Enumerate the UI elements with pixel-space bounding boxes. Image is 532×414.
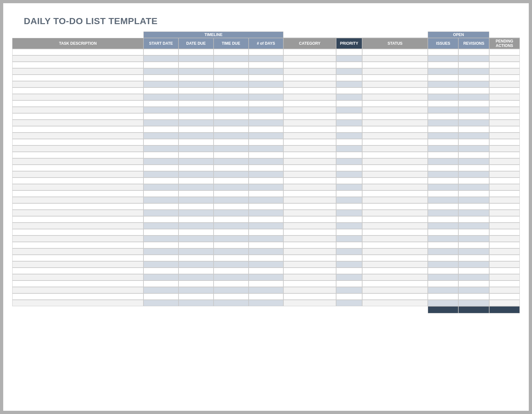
cell-issues[interactable] bbox=[428, 87, 458, 94]
cell-date-due[interactable] bbox=[179, 197, 214, 203]
table-row[interactable] bbox=[12, 87, 520, 94]
cell-start-date[interactable] bbox=[143, 113, 179, 120]
cell-issues[interactable] bbox=[428, 100, 458, 107]
cell-date-due[interactable] bbox=[179, 145, 214, 152]
cell-status[interactable] bbox=[362, 184, 428, 190]
cell-time-due[interactable] bbox=[214, 87, 249, 94]
cell-revisions[interactable] bbox=[458, 274, 489, 281]
cell-priority[interactable] bbox=[336, 87, 362, 94]
cell-num-days[interactable] bbox=[249, 203, 284, 210]
cell-priority[interactable] bbox=[336, 210, 362, 216]
cell-pending-actions[interactable] bbox=[489, 235, 520, 242]
cell-revisions[interactable] bbox=[458, 62, 489, 68]
cell-pending-actions[interactable] bbox=[489, 94, 520, 100]
cell-category[interactable] bbox=[283, 49, 336, 55]
cell-time-due[interactable] bbox=[214, 300, 249, 306]
cell-revisions[interactable] bbox=[458, 100, 489, 107]
table-row[interactable] bbox=[12, 139, 520, 145]
cell-priority[interactable] bbox=[336, 184, 362, 190]
cell-revisions[interactable] bbox=[458, 223, 489, 229]
cell-time-due[interactable] bbox=[214, 190, 249, 197]
cell-issues[interactable] bbox=[428, 300, 458, 306]
cell-start-date[interactable] bbox=[143, 87, 179, 94]
table-row[interactable] bbox=[12, 165, 520, 171]
cell-revisions[interactable] bbox=[458, 255, 489, 261]
cell-category[interactable] bbox=[283, 55, 336, 62]
cell-time-due[interactable] bbox=[214, 274, 249, 281]
cell-status[interactable] bbox=[362, 152, 428, 158]
cell-pending-actions[interactable] bbox=[489, 87, 520, 94]
cell-issues[interactable] bbox=[428, 55, 458, 62]
cell-status[interactable] bbox=[362, 287, 428, 293]
cell-start-date[interactable] bbox=[143, 158, 179, 165]
cell-task-description[interactable] bbox=[12, 68, 143, 75]
cell-category[interactable] bbox=[283, 107, 336, 113]
cell-num-days[interactable] bbox=[249, 55, 284, 62]
cell-task-description[interactable] bbox=[12, 62, 143, 68]
cell-priority[interactable] bbox=[336, 133, 362, 139]
cell-category[interactable] bbox=[283, 274, 336, 281]
cell-task-description[interactable] bbox=[12, 165, 143, 171]
cell-priority[interactable] bbox=[336, 94, 362, 100]
cell-num-days[interactable] bbox=[249, 190, 284, 197]
cell-pending-actions[interactable] bbox=[489, 133, 520, 139]
cell-status[interactable] bbox=[362, 165, 428, 171]
cell-pending-actions[interactable] bbox=[489, 274, 520, 281]
cell-num-days[interactable] bbox=[249, 120, 284, 126]
cell-issues[interactable] bbox=[428, 274, 458, 281]
cell-priority[interactable] bbox=[336, 242, 362, 248]
cell-priority[interactable] bbox=[336, 120, 362, 126]
cell-start-date[interactable] bbox=[143, 287, 179, 293]
cell-start-date[interactable] bbox=[143, 94, 179, 100]
cell-pending-actions[interactable] bbox=[489, 293, 520, 300]
cell-pending-actions[interactable] bbox=[489, 55, 520, 62]
cell-date-due[interactable] bbox=[179, 203, 214, 210]
cell-category[interactable] bbox=[283, 210, 336, 216]
cell-pending-actions[interactable] bbox=[489, 113, 520, 120]
cell-status[interactable] bbox=[362, 94, 428, 100]
cell-priority[interactable] bbox=[336, 293, 362, 300]
cell-issues[interactable] bbox=[428, 165, 458, 171]
cell-num-days[interactable] bbox=[249, 113, 284, 120]
cell-status[interactable] bbox=[362, 281, 428, 287]
cell-task-description[interactable] bbox=[12, 113, 143, 120]
table-row[interactable] bbox=[12, 120, 520, 126]
cell-num-days[interactable] bbox=[249, 139, 284, 145]
cell-date-due[interactable] bbox=[179, 261, 214, 268]
cell-num-days[interactable] bbox=[249, 81, 284, 87]
cell-priority[interactable] bbox=[336, 165, 362, 171]
cell-status[interactable] bbox=[362, 197, 428, 203]
cell-date-due[interactable] bbox=[179, 235, 214, 242]
cell-status[interactable] bbox=[362, 120, 428, 126]
cell-priority[interactable] bbox=[336, 261, 362, 268]
table-row[interactable] bbox=[12, 274, 520, 281]
table-row[interactable] bbox=[12, 210, 520, 216]
table-row[interactable] bbox=[12, 145, 520, 152]
cell-time-due[interactable] bbox=[214, 62, 249, 68]
cell-task-description[interactable] bbox=[12, 81, 143, 87]
cell-priority[interactable] bbox=[336, 203, 362, 210]
cell-time-due[interactable] bbox=[214, 287, 249, 293]
cell-priority[interactable] bbox=[336, 113, 362, 120]
cell-date-due[interactable] bbox=[179, 184, 214, 190]
cell-status[interactable] bbox=[362, 300, 428, 306]
cell-category[interactable] bbox=[283, 139, 336, 145]
cell-pending-actions[interactable] bbox=[489, 216, 520, 223]
cell-category[interactable] bbox=[283, 75, 336, 81]
cell-pending-actions[interactable] bbox=[489, 165, 520, 171]
cell-start-date[interactable] bbox=[143, 152, 179, 158]
cell-revisions[interactable] bbox=[458, 229, 489, 235]
cell-category[interactable] bbox=[283, 62, 336, 68]
cell-start-date[interactable] bbox=[143, 268, 179, 274]
table-row[interactable] bbox=[12, 190, 520, 197]
cell-pending-actions[interactable] bbox=[489, 261, 520, 268]
cell-status[interactable] bbox=[362, 145, 428, 152]
table-row[interactable] bbox=[12, 223, 520, 229]
cell-pending-actions[interactable] bbox=[489, 126, 520, 133]
cell-pending-actions[interactable] bbox=[489, 203, 520, 210]
table-row[interactable] bbox=[12, 293, 520, 300]
cell-date-due[interactable] bbox=[179, 210, 214, 216]
cell-start-date[interactable] bbox=[143, 210, 179, 216]
cell-num-days[interactable] bbox=[249, 145, 284, 152]
cell-priority[interactable] bbox=[336, 229, 362, 235]
